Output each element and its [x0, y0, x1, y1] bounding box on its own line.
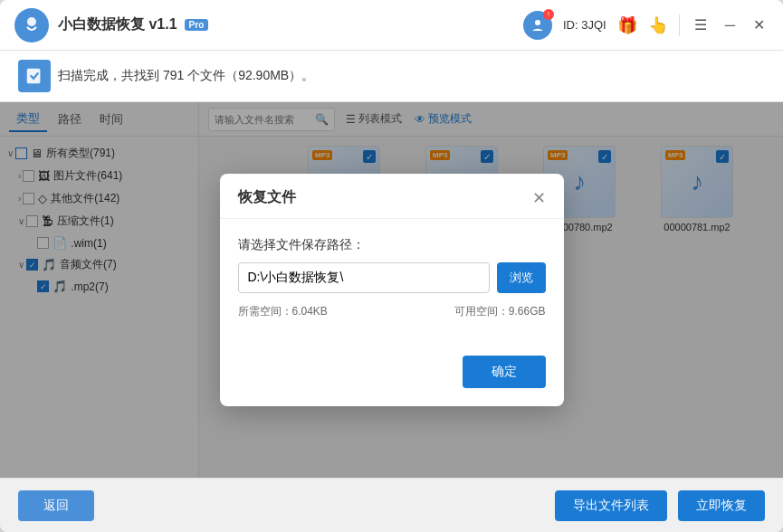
- menu-icon[interactable]: ☰: [691, 16, 711, 33]
- content-area: 类型 路径 时间 ∨ 🖥 所有类型(791) › 🖼 图片文件(6: [0, 102, 783, 478]
- title-bar: 小白数据恢复 v1.1 Pro ! ID: 3JQI 🎁 👆 ☰ ─ ✕: [0, 0, 783, 51]
- title-bar-right: ! ID: 3JQI 🎁 👆 ☰ ─ ✕: [523, 11, 769, 40]
- modal-body: 请选择文件保存路径： 浏览 所需空间：6.04KB 可用空间：9.66GB: [220, 219, 564, 356]
- space-info: 所需空间：6.04KB 可用空间：9.66GB: [238, 304, 546, 319]
- svg-point-1: [535, 20, 540, 25]
- path-input[interactable]: [238, 262, 490, 293]
- divider: [679, 14, 680, 36]
- modal-footer: 确定: [220, 356, 564, 406]
- modal-title: 恢复文件: [238, 188, 296, 207]
- app-title: 小白数据恢复 v1.1: [58, 15, 177, 34]
- notification-badge: !: [543, 9, 554, 20]
- scan-result-text: 扫描完成，共找到 791 个文件（92.90MB）。: [58, 68, 314, 84]
- bottom-bar: 返回 导出文件列表 立即恢复: [0, 478, 783, 532]
- confirm-button[interactable]: 确定: [463, 356, 546, 388]
- modal-path-label: 请选择文件保存路径：: [238, 237, 546, 253]
- app-window: 小白数据恢复 v1.1 Pro ! ID: 3JQI 🎁 👆 ☰ ─ ✕: [0, 0, 783, 532]
- settings-icon[interactable]: 👆: [648, 15, 668, 35]
- close-button[interactable]: ✕: [750, 16, 769, 33]
- scan-icon: [18, 60, 51, 92]
- scan-toolbar: 扫描完成，共找到 791 个文件（92.90MB）。: [0, 51, 783, 102]
- recover-button[interactable]: 立即恢复: [678, 490, 765, 521]
- user-id: ID: 3JQI: [563, 18, 606, 32]
- pro-badge: Pro: [185, 19, 209, 31]
- modal-overlay[interactable]: 恢复文件 ✕ 请选择文件保存路径： 浏览 所需空间：6.04KB 可用空间：9.…: [0, 102, 783, 478]
- action-buttons: 导出文件列表 立即恢复: [555, 490, 765, 521]
- export-button[interactable]: 导出文件列表: [555, 490, 667, 521]
- svg-point-0: [27, 17, 36, 26]
- svg-rect-2: [27, 69, 41, 84]
- back-button[interactable]: 返回: [18, 490, 94, 521]
- available-space: 可用空间：9.66GB: [454, 304, 546, 319]
- browse-button[interactable]: 浏览: [497, 262, 546, 293]
- path-input-row: 浏览: [238, 262, 546, 293]
- minimize-button[interactable]: ─: [721, 17, 739, 33]
- modal-close-button[interactable]: ✕: [532, 190, 546, 206]
- modal-header: 恢复文件 ✕: [220, 174, 564, 219]
- app-logo: [14, 8, 49, 43]
- restore-modal: 恢复文件 ✕ 请选择文件保存路径： 浏览 所需空间：6.04KB 可用空间：9.…: [220, 174, 564, 406]
- required-space: 所需空间：6.04KB: [238, 304, 328, 319]
- user-avatar[interactable]: !: [523, 11, 552, 40]
- gift-icon[interactable]: 🎁: [617, 15, 637, 35]
